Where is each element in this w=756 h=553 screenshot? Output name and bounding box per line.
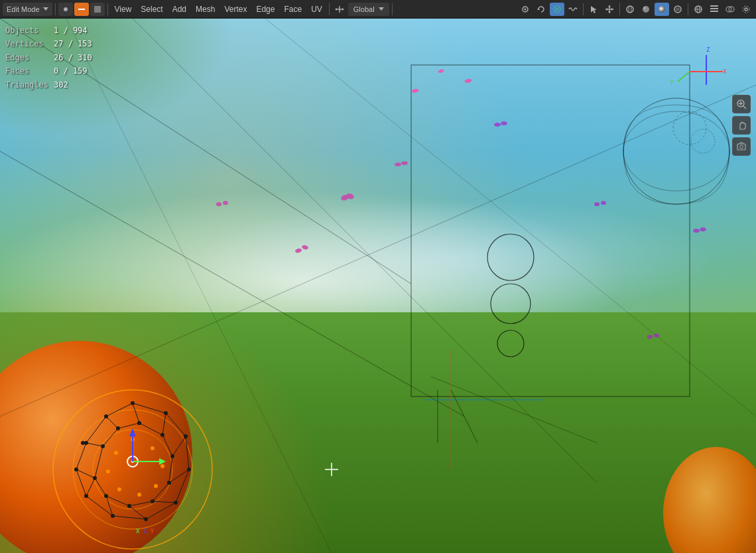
svg-line-151 — [743, 106, 746, 109]
svg-point-24 — [676, 7, 680, 11]
move-icon[interactable] — [602, 3, 617, 16]
uv-menu[interactable]: UV — [307, 2, 326, 17]
settings-icon[interactable] — [739, 3, 753, 16]
separator-7 — [688, 3, 688, 15]
proportional-edit-icon[interactable] — [550, 3, 564, 16]
edges-label: Edges — [5, 51, 48, 64]
wave-icon[interactable] — [566, 3, 580, 16]
faces-label: Faces — [5, 64, 48, 78]
menu-bar: Edit Mode View Select Add Mesh Vertex Ed… — [0, 0, 756, 19]
edge-menu[interactable]: Edge — [252, 2, 279, 17]
hand-tool-btn[interactable] — [732, 116, 751, 135]
triangles-value: 302 — [54, 78, 68, 92]
separator-5 — [583, 3, 584, 15]
svg-marker-5 — [335, 8, 337, 11]
stats-overlay: Objects 1 / 994 Vertices 27 / 153 Edges … — [5, 24, 92, 92]
rendered-shading-icon[interactable] — [655, 3, 669, 16]
faces-value: 0 / 159 — [54, 64, 88, 78]
svg-point-33 — [745, 8, 747, 11]
svg-rect-29 — [710, 11, 718, 12]
svg-point-18 — [627, 6, 633, 13]
global-dropdown[interactable]: Global — [348, 3, 389, 16]
camera-view-btn[interactable] — [732, 137, 751, 156]
triangles-label: Triangles — [5, 78, 48, 92]
mode-dropdown[interactable]: Edit Mode — [3, 3, 52, 16]
rotate-icon[interactable] — [534, 3, 548, 16]
vertices-label: Vertices — [5, 37, 48, 50]
faces-stat: Faces 0 / 159 — [5, 64, 92, 78]
svg-point-8 — [525, 8, 527, 10]
svg-point-21 — [643, 7, 646, 9]
svg-marker-16 — [605, 8, 607, 11]
toolbar-icons — [518, 3, 753, 16]
svg-marker-17 — [611, 8, 613, 11]
snap-icon[interactable] — [518, 3, 533, 16]
triangles-stat: Triangles 302 — [5, 78, 92, 92]
svg-point-34 — [743, 6, 749, 13]
svg-marker-15 — [608, 11, 611, 13]
wireframe-shading-icon[interactable] — [623, 3, 637, 16]
select-menu[interactable]: Select — [137, 2, 166, 17]
svg-rect-154 — [737, 144, 745, 150]
overlay-icon[interactable] — [707, 3, 722, 16]
face-select-btn[interactable] — [90, 3, 105, 16]
separator-2 — [107, 3, 108, 15]
edges-value: 26 / 310 — [54, 51, 92, 64]
svg-point-19 — [629, 6, 631, 13]
mode-label: Edit Mode — [7, 5, 40, 13]
transform-icon[interactable] — [332, 3, 347, 16]
vertices-value: 27 / 153 — [54, 37, 92, 50]
objects-stat: Objects 1 / 994 — [5, 24, 92, 37]
svg-rect-2 — [94, 6, 101, 13]
svg-point-22 — [659, 6, 665, 13]
face-menu[interactable]: Face — [280, 2, 306, 17]
svg-marker-6 — [342, 8, 344, 11]
globe-icon[interactable] — [691, 3, 706, 16]
vertices-stat: Vertices 27 / 153 — [5, 37, 92, 50]
svg-rect-30 — [710, 5, 718, 7]
objects-label: Objects — [5, 24, 48, 37]
mesh-menu[interactable]: Mesh — [192, 2, 219, 17]
global-label: Global — [353, 5, 375, 13]
separator-3 — [329, 3, 330, 15]
zoom-in-btn[interactable] — [732, 95, 751, 113]
solid-shading-icon[interactable] — [639, 3, 653, 16]
edge-select-btn[interactable] — [74, 3, 89, 16]
svg-marker-14 — [608, 5, 611, 7]
cursor-icon[interactable] — [586, 3, 601, 16]
viewport[interactable]: X Z Y — [0, 19, 756, 553]
mode-dropdown-arrow — [43, 7, 48, 11]
svg-point-155 — [740, 145, 743, 149]
view-menu[interactable]: View — [111, 2, 136, 17]
right-tools — [732, 95, 751, 156]
global-arrow — [379, 7, 384, 11]
objects-value: 1 / 994 — [54, 24, 88, 37]
separator-6 — [619, 3, 620, 15]
separator-4 — [392, 3, 393, 15]
separator-1 — [55, 3, 56, 15]
svg-marker-9 — [537, 8, 540, 10]
add-menu[interactable]: Add — [168, 2, 190, 17]
vertex-menu[interactable]: Vertex — [220, 2, 251, 17]
svg-point-11 — [556, 8, 558, 11]
svg-rect-28 — [710, 8, 718, 9]
svg-point-20 — [643, 6, 649, 13]
material-shading-icon[interactable] — [670, 3, 685, 16]
xray-icon[interactable] — [723, 3, 737, 16]
svg-point-0 — [64, 7, 68, 11]
edges-stat: Edges 26 / 310 — [5, 51, 92, 64]
vertex-select-btn[interactable] — [58, 3, 73, 16]
